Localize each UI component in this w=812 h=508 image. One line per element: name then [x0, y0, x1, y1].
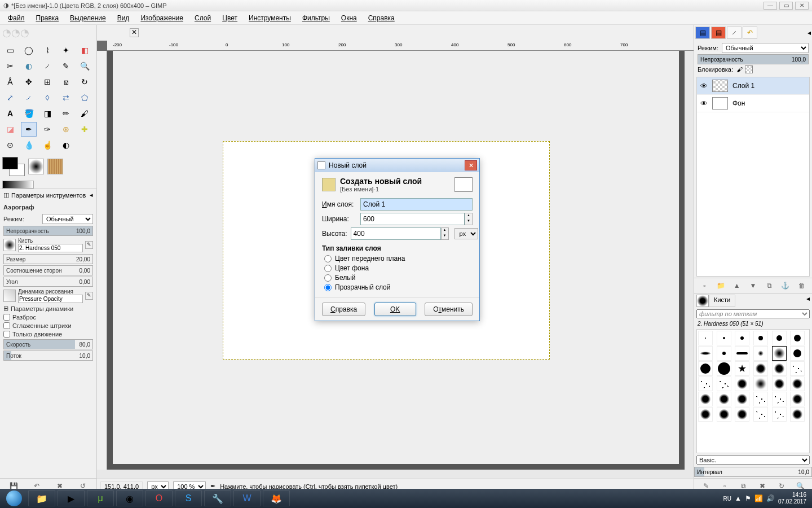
brush-item[interactable] — [753, 331, 768, 345]
menu-view[interactable]: Вид — [112, 12, 135, 24]
paintbrush-tool[interactable]: 🖌 — [77, 106, 92, 121]
tray-volume-icon[interactable]: 🔊 — [766, 494, 775, 502]
visibility-icon[interactable]: 👁 — [700, 99, 708, 108]
perspective-clone-tool[interactable]: ⊙ — [2, 138, 18, 152]
tray-clock[interactable]: 14:1607.02.2017 — [778, 492, 806, 505]
eraser-tool[interactable]: ◪ — [2, 122, 18, 137]
dynamics-thumb[interactable] — [3, 290, 16, 302]
tray-network-icon[interactable]: 📶 — [754, 494, 763, 502]
brush-item[interactable] — [772, 331, 787, 345]
smudge-tool[interactable]: ☝ — [39, 138, 55, 152]
dialog-close-button[interactable]: ✕ — [465, 160, 477, 170]
tray-lang[interactable]: RU — [723, 496, 731, 502]
ellipse-select-tool[interactable]: ◯ — [21, 43, 37, 58]
task-gimp[interactable]: 🦊 — [263, 491, 290, 506]
tool-options-menu-icon[interactable]: ◂ — [90, 191, 93, 199]
menu-file[interactable]: Файл — [2, 12, 30, 24]
fill-trans-radio[interactable] — [324, 284, 332, 291]
width-spinner[interactable]: ▲▼ — [465, 213, 473, 225]
paths-tab-icon[interactable]: ⟋ — [727, 27, 742, 39]
channels-tab-icon[interactable]: ▤ — [711, 27, 726, 39]
dialog-titlebar[interactable]: Новый слой ✕ — [315, 159, 479, 172]
brush-interval-slider[interactable]: Интервал10,0 — [694, 467, 812, 477]
fuzzy-select-tool[interactable]: ✦ — [58, 43, 74, 58]
cancel-button[interactable]: Отменить — [425, 303, 473, 316]
help-button[interactable]: Справка — [322, 303, 365, 316]
brush-item[interactable] — [772, 392, 787, 406]
brushes-tab[interactable]: Кисти — [709, 295, 735, 307]
task-utorrent[interactable]: μ — [87, 491, 114, 506]
brush-item[interactable] — [698, 376, 713, 391]
task-opera[interactable]: O — [145, 491, 173, 506]
brush-item[interactable] — [717, 346, 731, 361]
move-tool[interactable]: ✥ — [21, 75, 37, 89]
menu-image[interactable]: Изображение — [135, 12, 189, 24]
active-pattern-preview[interactable] — [47, 159, 63, 174]
minimize-button[interactable]: — — [764, 2, 777, 10]
menu-windows[interactable]: Окна — [336, 12, 363, 24]
brushes-tab-icon[interactable] — [696, 295, 709, 307]
brush-item[interactable] — [735, 407, 749, 422]
bucket-tool[interactable]: 🪣 — [21, 106, 37, 121]
menu-tools[interactable]: Инструменты — [243, 12, 297, 24]
heal-tool[interactable]: ✚ — [77, 122, 92, 137]
shear-tool[interactable]: ⟋ — [21, 90, 37, 105]
brush-name-input[interactable] — [18, 244, 83, 252]
fg-select-tool[interactable]: ◐ — [21, 59, 37, 73]
color-select-tool[interactable]: ◧ — [77, 43, 92, 58]
flip-tool[interactable]: ⇄ — [58, 90, 74, 105]
brush-filter-select[interactable]: фильтр по меткам — [696, 309, 810, 318]
opacity-slider[interactable]: Непрозрачность100,0 — [3, 226, 93, 236]
menu-layer[interactable]: Слой — [189, 12, 217, 24]
fg-bg-colors[interactable] — [2, 157, 25, 176]
paths-tool[interactable]: ⟋ — [39, 59, 55, 73]
undo-tab-icon[interactable]: ↶ — [743, 27, 757, 39]
brush-item[interactable] — [790, 407, 805, 422]
close-button[interactable]: ✕ — [795, 2, 809, 10]
brush-item[interactable] — [772, 407, 787, 422]
tray-action-icon[interactable]: ⚑ — [745, 494, 751, 502]
menu-help[interactable]: Справка — [363, 12, 400, 24]
flow-slider[interactable]: Поток10,0 — [3, 351, 93, 361]
lower-layer-icon[interactable]: ▼ — [748, 281, 758, 291]
brush-item[interactable] — [753, 376, 768, 391]
brush-item[interactable] — [735, 346, 749, 361]
brush-item[interactable] — [753, 407, 768, 422]
align-tool[interactable]: ⊞ — [39, 75, 55, 89]
scatter-checkbox[interactable] — [3, 314, 10, 321]
layer-group-icon[interactable]: 📁 — [716, 281, 726, 291]
task-explorer[interactable]: 📁 — [28, 491, 55, 506]
anchor-layer-icon[interactable]: ⚓ — [780, 281, 791, 291]
measure-tool[interactable]: Å — [2, 75, 18, 89]
brush-item[interactable] — [753, 361, 768, 376]
active-brush-preview[interactable] — [28, 159, 44, 174]
brush-item[interactable] — [717, 361, 731, 376]
brush-preset-select[interactable]: Basic. — [696, 456, 810, 465]
menu-select[interactable]: Выделение — [64, 12, 112, 24]
brush-item[interactable] — [698, 407, 713, 422]
task-skype[interactable]: S — [175, 491, 202, 506]
fill-white-radio[interactable] — [324, 274, 332, 282]
brush-thumb[interactable] — [3, 239, 16, 251]
height-spinner[interactable]: ▲▼ — [441, 227, 449, 240]
cage-tool[interactable]: ⬠ — [77, 90, 92, 105]
ratio-slider[interactable]: Соотношение сторон0,00 — [3, 265, 93, 275]
duplicate-layer-icon[interactable]: ⧉ — [764, 281, 774, 291]
brush-edit-icon[interactable]: ✎ — [85, 241, 93, 249]
layer-name-input[interactable] — [360, 198, 473, 211]
menu-edit[interactable]: Правка — [30, 12, 65, 24]
pencil-tool[interactable]: ✏ — [58, 106, 74, 121]
brush-item[interactable] — [735, 361, 749, 376]
brush-item[interactable] — [790, 361, 805, 376]
fg-color[interactable] — [2, 157, 18, 169]
blend-tool[interactable]: ◨ — [39, 106, 55, 121]
free-select-tool[interactable]: ⌇ — [39, 43, 55, 58]
lock-pixels-icon[interactable]: 🖌 — [736, 66, 743, 73]
maximize-button[interactable]: ▭ — [779, 2, 793, 10]
layers-tab-icon[interactable]: ▤ — [695, 27, 710, 39]
dynamics-input[interactable] — [18, 295, 83, 303]
brush-item[interactable] — [735, 376, 749, 391]
size-slider[interactable]: Размер20,00 — [3, 254, 93, 264]
fill-bg-radio[interactable] — [324, 265, 332, 272]
start-button[interactable] — [1, 490, 27, 507]
